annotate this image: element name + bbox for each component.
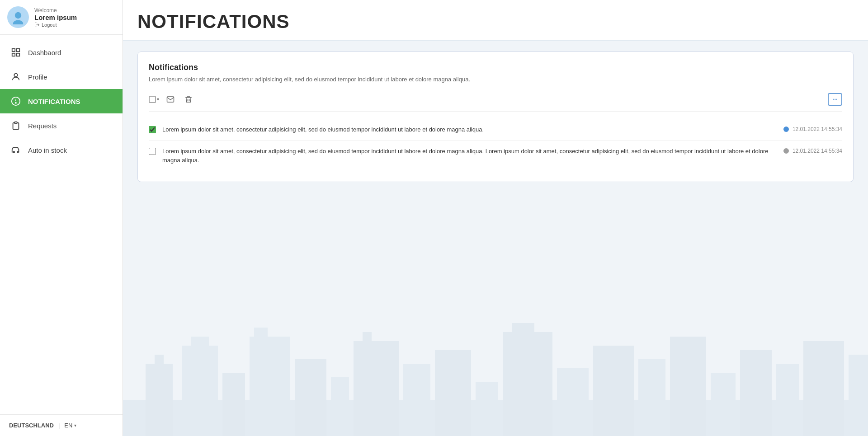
country-label: DEUTSCHLAND	[9, 422, 54, 429]
card-title: Notifications	[149, 63, 842, 72]
sidebar-footer: DEUTSCHLAND | EN ▾	[0, 414, 123, 436]
sidebar-item-dashboard[interactable]: Dashbaord	[0, 40, 123, 65]
email-icon	[166, 95, 175, 103]
sidebar-item-requests[interactable]: Requests	[0, 113, 123, 138]
delete-button[interactable]	[182, 94, 195, 105]
svg-rect-25	[363, 332, 372, 346]
user-info: Welcome Lorem ipsum Logout	[34, 7, 77, 28]
row-date-2: 12.01.2022 14:55:34	[793, 148, 842, 154]
notifications-card: Notifications Lorem ipsum dolor sit amet…	[137, 52, 854, 182]
chevron-down-icon: ▾	[74, 423, 76, 428]
language-label: EN	[64, 422, 72, 429]
row-date-1: 12.01.2022 14:55:34	[793, 126, 842, 132]
svg-rect-15	[146, 364, 173, 436]
dashboard-icon	[11, 47, 21, 57]
sidebar-item-notifications-label: NOTIFICATIONS	[28, 98, 80, 105]
lang-divider: |	[58, 422, 60, 429]
sidebar-item-dashboard-label: Dashbaord	[28, 49, 61, 56]
svg-point-0	[15, 12, 21, 19]
sidebar-item-notifications[interactable]: NOTIFICATIONS	[0, 89, 123, 113]
svg-point-12	[14, 151, 15, 153]
main-content: NOTIFICATIONS Notifications Lorem ipsum …	[123, 0, 868, 436]
svg-rect-26	[403, 364, 430, 436]
svg-rect-31	[557, 368, 589, 436]
row-checkbox-1[interactable]	[149, 126, 156, 133]
svg-rect-29	[503, 332, 552, 436]
svg-rect-19	[222, 373, 245, 436]
language-selector[interactable]: EN ▾	[64, 422, 76, 429]
svg-rect-30	[512, 323, 534, 337]
svg-rect-14	[123, 400, 868, 436]
logout-link[interactable]: Logout	[34, 22, 77, 28]
table-row: Lorem ipsum dolor sit amet, consectetur …	[149, 141, 842, 171]
page-header: NOTIFICATIONS	[123, 0, 868, 41]
svg-rect-21	[254, 328, 268, 341]
svg-rect-23	[331, 377, 349, 436]
welcome-label: Welcome	[34, 7, 77, 14]
svg-point-1	[13, 20, 23, 24]
sidebar-item-profile-label: Profile	[28, 73, 47, 81]
svg-rect-5	[12, 53, 15, 56]
svg-rect-11	[14, 122, 17, 124]
svg-rect-36	[740, 350, 772, 436]
notification-list: Lorem ipsum dolor sit amet, consectetur …	[149, 119, 842, 171]
svg-rect-28	[476, 382, 498, 436]
svg-rect-39	[849, 355, 868, 436]
select-all-dropdown[interactable]: ▾	[149, 96, 159, 103]
row-text-2: Lorem ipsum dolor sit amet, consectetur …	[162, 147, 777, 164]
sidebar-item-auto-in-stock-label: Auto in stock	[28, 146, 67, 154]
svg-rect-33	[638, 359, 665, 436]
svg-rect-17	[182, 346, 218, 436]
svg-rect-38	[803, 341, 844, 436]
svg-rect-6	[17, 53, 19, 56]
table-row: Lorem ipsum dolor sit amet, consectetur …	[149, 119, 842, 141]
card-description: Lorem ipsum dolor sit amet, consectetur …	[149, 75, 842, 84]
sidebar-item-profile[interactable]: Profile	[0, 65, 123, 89]
sidebar-nav: Dashbaord Profile NOTIFICATIONS Requests	[0, 35, 123, 414]
svg-point-10	[15, 103, 16, 103]
page-title: NOTIFICATIONS	[137, 11, 854, 33]
status-dot-1	[783, 127, 789, 132]
row-meta-1: 12.01.2022 14:55:34	[783, 126, 842, 132]
row-text-1: Lorem ipsum dolor sit amet, consectetur …	[162, 125, 777, 134]
svg-point-13	[17, 151, 19, 153]
svg-rect-3	[12, 49, 15, 52]
more-options-button[interactable]: ···	[828, 93, 842, 106]
user-name: Lorem ipsum	[34, 14, 77, 21]
svg-point-7	[14, 74, 17, 77]
svg-rect-4	[17, 49, 19, 52]
svg-rect-16	[155, 355, 164, 368]
cityscape-background	[123, 309, 868, 436]
sidebar: Welcome Lorem ipsum Logout Dashbaord Pro…	[0, 0, 123, 436]
toolbar: ▾ ···	[149, 93, 842, 112]
requests-icon	[11, 121, 21, 131]
sidebar-header: Welcome Lorem ipsum Logout	[0, 0, 123, 35]
row-meta-2: 12.01.2022 14:55:34	[783, 148, 842, 154]
select-all-chevron: ▾	[157, 97, 159, 102]
car-icon	[11, 145, 21, 155]
content-area: Notifications Lorem ipsum dolor sit amet…	[123, 41, 868, 436]
toolbar-right: ···	[828, 93, 842, 106]
sidebar-item-auto-in-stock[interactable]: Auto in stock	[0, 138, 123, 162]
notifications-icon	[11, 96, 21, 106]
svg-rect-34	[670, 337, 706, 436]
status-dot-2	[783, 148, 789, 154]
svg-rect-32	[593, 346, 634, 436]
svg-rect-22	[295, 359, 326, 436]
svg-rect-20	[250, 337, 290, 436]
svg-rect-18	[191, 337, 209, 350]
svg-rect-27	[435, 350, 471, 436]
avatar	[7, 6, 29, 28]
svg-rect-24	[354, 341, 399, 436]
svg-rect-35	[711, 373, 736, 436]
row-checkbox-2[interactable]	[149, 148, 156, 155]
sidebar-item-requests-label: Requests	[28, 122, 57, 130]
trash-icon	[184, 95, 193, 103]
mark-read-button[interactable]	[164, 94, 177, 105]
profile-icon	[11, 72, 21, 82]
select-all-checkbox[interactable]	[149, 96, 156, 103]
svg-rect-37	[776, 364, 799, 436]
